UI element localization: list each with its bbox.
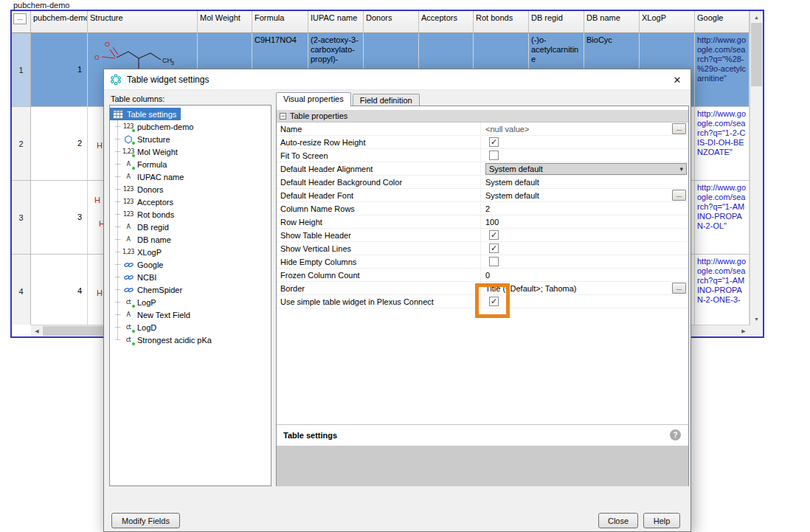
vertical-scrollbar[interactable]: ▲ ▼ <box>750 11 763 325</box>
tab-field-definition[interactable]: Field definition <box>353 94 420 106</box>
tree-item-mol-weight[interactable]: 1,23Mol Weight <box>120 145 182 158</box>
tree-item-db-name[interactable]: ADB name <box>120 233 176 246</box>
scroll-right-icon[interactable]: ▶ <box>738 325 750 336</box>
tree-item-strongest-acidic-pka[interactable]: ctStrongest acidic pKa <box>120 334 216 346</box>
row-number[interactable]: 2 <box>12 107 31 181</box>
ellipsis-button[interactable]: ... <box>672 123 686 134</box>
cell-id[interactable]: 3 <box>31 181 88 255</box>
cell-google[interactable]: http://www.google.com/search?q="1-AMINO-… <box>695 181 750 255</box>
ellipsis-button[interactable]: ... <box>672 190 686 201</box>
tree-item-new-text-field[interactable]: ANew Text Field <box>120 308 195 321</box>
checkbox-auto-resize-row-height[interactable]: ✓ <box>489 137 499 147</box>
description-body <box>277 446 688 486</box>
help-icon[interactable]: ? <box>670 429 681 441</box>
cell-id[interactable]: 2 <box>31 107 88 181</box>
property-row-name[interactable]: Name<null value>... <box>277 122 688 136</box>
tree-item-label: Donors <box>137 185 163 194</box>
tree-item-structure[interactable]: Structure <box>120 133 175 145</box>
tab-visual-properties[interactable]: Visual properties <box>276 92 351 106</box>
cell-id[interactable]: 4 <box>31 255 88 325</box>
tree-item-donors[interactable]: 123Donors <box>120 183 167 196</box>
tree-item-label: Structure <box>137 135 170 144</box>
modify-fields-button[interactable]: Modify Fields <box>111 513 180 528</box>
column-header-mol-weight[interactable]: Mol Weight <box>198 11 252 33</box>
collapse-icon[interactable]: − <box>280 113 286 120</box>
checkbox-hide-empty-columns[interactable] <box>489 257 499 266</box>
property-value: 100 <box>481 215 688 228</box>
column-options-button[interactable]: ... <box>13 13 27 24</box>
vertical-scrollbar-thumb[interactable] <box>751 23 762 86</box>
checkbox-show-vertical-lines[interactable]: ✓ <box>489 243 499 253</box>
column-header-google[interactable]: Google <box>695 11 750 33</box>
tree-item-iupac-name[interactable]: AIUPAC name <box>120 170 188 183</box>
column-header-xlogp[interactable]: XLogP <box>640 11 695 33</box>
tree-item-ncbi[interactable]: NCBI <box>120 271 161 283</box>
cell-google[interactable]: http://www.google.com/search?q="1-2-CIS-… <box>695 107 750 181</box>
field-type-a-icon: A <box>122 172 134 182</box>
column-header-rot-bonds[interactable]: Rot bonds <box>474 11 529 33</box>
tree-item-acceptors[interactable]: 123Acceptors <box>120 196 178 208</box>
application-window: pubchem-demo ... pubchem-demoStructureMo… <box>0 0 810 532</box>
column-header-acceptors[interactable]: Acceptors <box>419 11 474 33</box>
property-row-default-header-background-color[interactable]: Default Header Background ColorSystem de… <box>277 176 688 189</box>
tree-item-db-regid[interactable]: ADB regid <box>120 221 173 233</box>
tree-item-logd[interactable]: ctLogD <box>120 321 161 334</box>
property-row-column-name-rows[interactable]: Column Name Rows2 <box>277 202 688 215</box>
field-type-123-icon: 123 <box>122 210 134 220</box>
column-header-iupac-name[interactable]: IUPAC name <box>308 11 364 33</box>
checkbox-show-table-header[interactable]: ✓ <box>489 230 499 240</box>
field-type-a-icon: A <box>122 310 134 320</box>
column-header-structure[interactable]: Structure <box>88 11 198 33</box>
dialog-titlebar[interactable]: Table widget settings ✕ <box>104 69 690 90</box>
checkbox-fit-to-screen[interactable] <box>489 151 499 160</box>
help-button[interactable]: Help <box>643 513 680 528</box>
field-type-link-icon <box>122 285 134 295</box>
property-row-fit-to-screen[interactable]: Fit To Screen <box>277 149 688 162</box>
tree-item-formula[interactable]: AFormula <box>120 158 171 170</box>
column-header-formula[interactable]: Formula <box>252 11 308 33</box>
tree-item-label: Acceptors <box>137 198 173 207</box>
chemaxon-logo-icon <box>110 74 122 86</box>
tree-item-google[interactable]: Google <box>120 258 167 271</box>
tree-item-label: Mol Weight <box>137 148 178 156</box>
property-row-auto-resize-row-height[interactable]: Auto-resize Row Height✓ <box>277 136 688 149</box>
tree-item-rot-bonds[interactable]: 123Rot bonds <box>120 208 179 221</box>
property-name: Show Table Header <box>277 229 481 241</box>
tree-item-table-settings[interactable]: Table settings <box>110 108 181 120</box>
tree-item-xlogp[interactable]: 1,23XLogP <box>120 246 166 258</box>
property-row-show-table-header[interactable]: Show Table Header✓ <box>277 229 688 242</box>
row-number[interactable]: 1 <box>12 33 31 107</box>
property-name: Use simple table widget in Plexus Connec… <box>277 295 481 308</box>
scroll-left-icon[interactable]: ◀ <box>31 325 43 336</box>
dropdown-default-header-alignment[interactable]: System default▾ <box>485 163 687 175</box>
category-table-properties[interactable]: − Table properties <box>277 110 688 122</box>
property-row-frozen-column-count[interactable]: Frozen Column Count0 <box>277 269 688 282</box>
property-row-show-vertical-lines[interactable]: Show Vertical Lines✓ <box>277 242 688 255</box>
table-corner-cell: ... <box>12 11 31 33</box>
scrollbar-corner <box>750 325 763 336</box>
ellipsis-button[interactable]: ... <box>672 283 686 294</box>
tree-item-chemspider[interactable]: ChemSpider <box>120 283 187 296</box>
property-value: System default▾ <box>481 162 688 175</box>
scroll-up-icon[interactable]: ▲ <box>750 11 763 23</box>
scroll-down-icon[interactable]: ▼ <box>750 313 763 325</box>
property-row-row-height[interactable]: Row Height100 <box>277 215 688 229</box>
property-row-default-header-font[interactable]: Default Header FontSystem default... <box>277 189 688 202</box>
cell-google[interactable]: http://www.google.com/search?q="%28-%29o… <box>695 33 750 107</box>
row-number[interactable]: 4 <box>12 255 31 325</box>
cell-id[interactable]: 1 <box>31 33 88 107</box>
column-header-db-name[interactable]: DB name <box>584 11 640 33</box>
cell-google[interactable]: http://www.google.com/search?q="1-AMINO-… <box>695 255 750 325</box>
tree-item-logp[interactable]: ctLogP <box>120 296 161 308</box>
property-name: Auto-resize Row Height <box>277 136 481 148</box>
tree-item-pubchem-demo[interactable]: 123pubchem-demo <box>120 120 198 133</box>
column-header-pubchem-demo[interactable]: pubchem-demo <box>31 11 88 33</box>
window-title: pubchem-demo <box>13 1 69 10</box>
property-row-default-header-alignment[interactable]: Default Header AlignmentSystem default▾ <box>277 162 688 176</box>
close-button[interactable]: Close <box>598 513 638 528</box>
row-number[interactable]: 3 <box>12 181 31 255</box>
close-icon[interactable]: ✕ <box>664 69 690 90</box>
column-header-donors[interactable]: Donors <box>364 11 419 33</box>
column-header-db-regid[interactable]: DB regid <box>529 11 584 33</box>
property-row-hide-empty-columns[interactable]: Hide Empty Columns <box>277 255 688 269</box>
